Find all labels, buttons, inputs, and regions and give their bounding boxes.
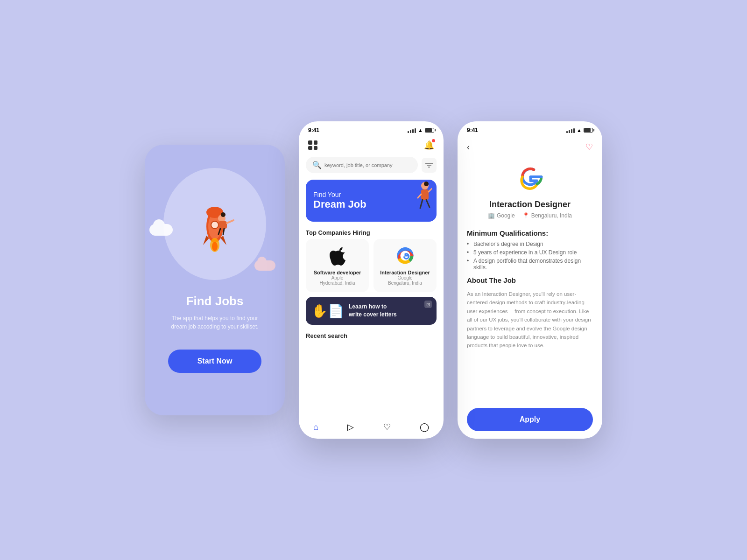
phone3-job-detail: 9:41 ▲ ‹ ♡	[458, 121, 602, 439]
job-detail-body: Interaction Designer 🏢 Google 📍 Bengalur…	[458, 156, 602, 402]
grid-menu-icon[interactable]	[308, 140, 317, 150]
banner-figure-icon	[409, 180, 432, 222]
location-meta: 📍 Bengaluru, India	[522, 212, 572, 219]
companies-section-title: Top Companies Hiring	[299, 225, 444, 239]
qual-item-2: 5 years of experience in a UX Design rol…	[467, 248, 593, 257]
nav-profile-button[interactable]: ◯	[420, 422, 429, 432]
search-icon: 🔍	[312, 161, 322, 169]
banner-line2: Dream Job	[313, 198, 366, 210]
rocket-illustration-icon	[187, 191, 243, 257]
company-card-apple[interactable]: Software developer Apple Hyderabad, Indi…	[306, 239, 369, 292]
nav-favorites-button[interactable]: ♡	[383, 422, 391, 432]
battery-icon	[425, 128, 434, 133]
google-logo-icon	[395, 245, 416, 266]
apply-button[interactable]: Apply	[467, 408, 593, 431]
svg-line-20	[429, 189, 432, 192]
svg-marker-4	[220, 236, 226, 245]
location-icon: 📍	[522, 212, 529, 219]
company-location-google: Bengaluru, India	[388, 280, 422, 286]
qual-item-1: Bachelor's degree in Design	[467, 240, 593, 248]
svg-rect-19	[421, 189, 429, 200]
phones-container: Find Jobs The app that helps you to find…	[145, 121, 602, 439]
detail-status-bar: 9:41 ▲	[458, 121, 602, 136]
cloud-right-icon	[254, 260, 275, 271]
search-input-wrap[interactable]: 🔍	[306, 157, 418, 173]
company-location-apple: Hyderabad, India	[319, 280, 355, 286]
phone2-home: 9:41 ▲	[299, 121, 444, 439]
company-job-title-google: Interaction Designer	[380, 270, 430, 275]
favorite-button[interactable]: ♡	[585, 142, 593, 152]
send-icon: ▷	[347, 422, 354, 432]
detail-battery-icon	[584, 128, 593, 133]
detail-status-time: 9:41	[467, 127, 478, 133]
svg-line-21	[418, 194, 421, 198]
job-title-section: Interaction Designer 🏢 Google 📍 Bengalur…	[467, 200, 593, 219]
svg-line-13	[223, 229, 224, 234]
detail-status-icons: ▲	[566, 127, 593, 133]
about-job-heading: About The Job	[467, 276, 593, 284]
building-icon: 🏢	[488, 212, 495, 219]
start-now-button[interactable]: Start Now	[168, 350, 261, 373]
nav-home-button[interactable]: ⌂	[313, 422, 318, 432]
company-card-google[interactable]: Interaction Designer Google Bengaluru, I…	[374, 239, 437, 292]
search-bar: 🔍	[306, 157, 437, 173]
top-nav: 🔔	[299, 136, 444, 154]
company-name: Google	[497, 212, 515, 219]
home-icon: ⌂	[313, 422, 318, 432]
recent-search-title: Recent search	[299, 329, 444, 341]
bottom-nav: ⌂ ▷ ♡ ◯	[299, 417, 444, 439]
svg-point-9	[221, 212, 226, 217]
heart-icon: ♡	[383, 422, 391, 432]
qual-item-3: A design portfolio that demonstrates des…	[467, 257, 593, 272]
companies-grid: Software developer Apple Hyderabad, Indi…	[299, 239, 444, 292]
company-job-title-apple: Software developer	[314, 270, 361, 275]
promo-card[interactable]: ✋📄 Leaarn how to write cover letters ⊡	[306, 297, 437, 325]
svg-line-11	[227, 220, 233, 223]
notification-badge	[432, 139, 435, 142]
status-time: 9:41	[308, 127, 319, 133]
svg-line-22	[420, 200, 423, 208]
banner-line1: Find Your	[313, 191, 366, 198]
detail-header: ‹ ♡	[458, 136, 602, 156]
job-description: As an Interaction Designer, you'll rely …	[467, 290, 593, 350]
company-name-google: Google	[397, 275, 412, 280]
phone1-splash: Find Jobs The app that helps you to find…	[145, 145, 285, 415]
job-title: Interaction Designer	[467, 200, 593, 210]
search-input[interactable]	[324, 162, 411, 168]
detail-signal-icon	[566, 127, 575, 133]
job-location: Bengaluru, India	[531, 212, 572, 219]
svg-point-18	[424, 182, 429, 186]
promo-close-button[interactable]: ⊡	[424, 301, 432, 308]
company-logo-section	[467, 161, 593, 193]
apple-logo-icon	[327, 245, 348, 266]
promo-banner[interactable]: Find Your Dream Job	[306, 180, 437, 222]
svg-point-7	[212, 242, 218, 251]
phone2-content: 🔔 🔍	[299, 136, 444, 417]
splash-title: Find Jobs	[186, 294, 244, 308]
svg-point-5	[211, 221, 218, 229]
rocket-scene	[173, 182, 257, 266]
promo-image-icon: ✋📄	[311, 303, 344, 319]
google-brand-icon	[514, 161, 546, 193]
filter-button[interactable]	[422, 158, 437, 173]
company-meta: 🏢 Google	[488, 212, 515, 219]
svg-line-23	[426, 200, 430, 207]
cloud-left-icon	[149, 224, 173, 236]
filter-icon	[425, 162, 433, 168]
job-meta: 🏢 Google 📍 Bengaluru, India	[467, 212, 593, 219]
user-icon: ◯	[420, 422, 429, 432]
svg-rect-10	[218, 221, 227, 229]
qualifications-list: Bachelor's degree in Design 5 years of e…	[467, 240, 593, 272]
promo-text: Leaarn how to write cover letters	[349, 303, 397, 319]
nav-send-button[interactable]: ▷	[347, 422, 354, 432]
signal-icon	[408, 127, 416, 133]
apply-section: Apply	[458, 402, 602, 439]
status-bar: 9:41 ▲	[299, 121, 444, 136]
back-button[interactable]: ‹	[467, 142, 470, 152]
splash-subtitle: The app that helps you to find your drea…	[154, 314, 275, 331]
wifi-icon: ▲	[418, 127, 423, 133]
notification-bell-button[interactable]: 🔔	[424, 140, 434, 150]
detail-wifi-icon: ▲	[577, 127, 582, 133]
company-name-apple: Apple	[331, 275, 344, 280]
hero-illustration	[163, 168, 266, 280]
